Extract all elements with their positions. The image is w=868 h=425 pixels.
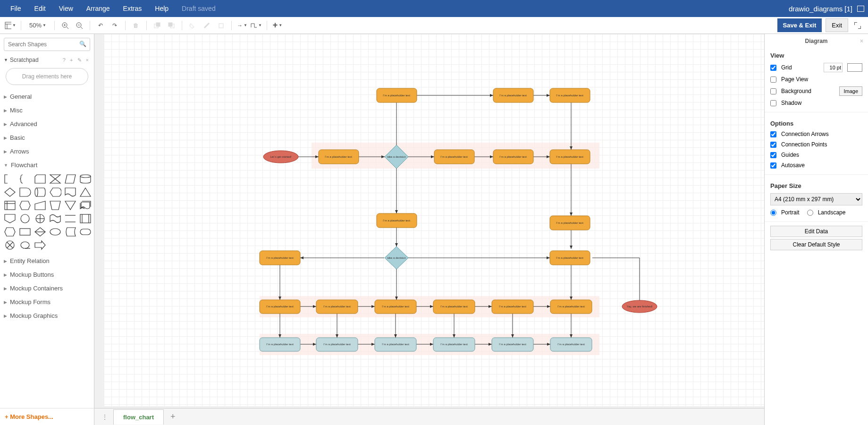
- shape-tape2-icon[interactable]: [19, 240, 31, 250]
- insert-button[interactable]: +▼: [272, 20, 283, 31]
- zoom-in-button[interactable]: [59, 20, 71, 31]
- shape-parallel-icon[interactable]: [64, 213, 76, 224]
- edit-data-button[interactable]: Edit Data: [770, 226, 862, 237]
- to-front-button[interactable]: [152, 20, 163, 31]
- bg-image-button[interactable]: Image: [839, 86, 862, 96]
- shape-sort-icon[interactable]: [34, 227, 46, 237]
- svg-text:I`m a placeholder text: I`m a placeholder text: [323, 305, 351, 308]
- shape-preparation-icon[interactable]: [4, 227, 16, 237]
- clear-style-button[interactable]: Clear Default Style: [770, 239, 862, 250]
- cat-misc[interactable]: ▶Misc: [0, 103, 94, 117]
- search-icon: 🔍: [79, 41, 86, 47]
- shape-predefined-icon[interactable]: [79, 213, 92, 224]
- shape-multidoc-icon[interactable]: [79, 200, 92, 211]
- scratchpad-actions[interactable]: ? + ✎ ×: [63, 57, 90, 63]
- shape-manual-icon[interactable]: [49, 200, 61, 211]
- shape-connector-icon[interactable]: [19, 213, 31, 224]
- view-mode-button[interactable]: ▼: [5, 20, 16, 31]
- grid-size-input[interactable]: [824, 63, 843, 72]
- shadow-button[interactable]: [215, 20, 227, 31]
- format-panel-icon[interactable]: [857, 6, 864, 12]
- shape-extract-icon[interactable]: [79, 187, 92, 197]
- autosave-checkbox[interactable]: [770, 162, 776, 169]
- cat-mockup-containers[interactable]: ▶Mockup Containers: [0, 281, 94, 295]
- draft-status: Draft saved: [175, 1, 222, 16]
- line-color-button[interactable]: [201, 20, 212, 31]
- menu-view[interactable]: View: [52, 1, 80, 16]
- shadow-checkbox[interactable]: [770, 100, 776, 106]
- cat-mockup-forms[interactable]: ▶Mockup Forms: [0, 295, 94, 309]
- undo-button[interactable]: ↶: [95, 20, 106, 31]
- document-title[interactable]: drawio_diagrams [1]: [789, 5, 852, 13]
- shape-or-icon[interactable]: [34, 213, 46, 224]
- scratchpad-header[interactable]: ▼Scratchpad ? + ✎ ×: [0, 55, 94, 65]
- page-tab-active[interactable]: flow_chart: [113, 409, 164, 425]
- conn-points-checkbox[interactable]: [770, 142, 776, 148]
- redo-button[interactable]: ↷: [109, 20, 120, 31]
- shape-tape-icon[interactable]: [49, 213, 61, 224]
- grid-checkbox[interactable]: [770, 65, 776, 71]
- cat-mockup-buttons[interactable]: ▶Mockup Buttons: [0, 268, 94, 281]
- shape-brace-icon[interactable]: [19, 174, 31, 184]
- cat-advanced[interactable]: ▶Advanced: [0, 117, 94, 131]
- shape-display-icon[interactable]: [49, 187, 61, 197]
- close-icon[interactable]: ×: [860, 38, 863, 44]
- shape-stored-icon[interactable]: [64, 227, 76, 237]
- shape-offpage-icon[interactable]: [4, 213, 16, 224]
- shape-start-icon[interactable]: [49, 227, 61, 237]
- to-back-button[interactable]: [166, 20, 177, 31]
- scratchpad-dropzone[interactable]: Drag elements here: [6, 68, 88, 85]
- menu-file[interactable]: File: [4, 1, 28, 16]
- pages-menu-icon[interactable]: ⋮: [99, 414, 110, 420]
- shape-decision-icon[interactable]: [4, 187, 16, 197]
- zoom-out-button[interactable]: [74, 20, 85, 31]
- diagram-svg[interactable]: Let`s get started! I`m a placeholder tex…: [94, 34, 764, 425]
- shape-card-icon[interactable]: [34, 174, 46, 184]
- menu-help[interactable]: Help: [148, 1, 175, 16]
- portrait-radio[interactable]: [770, 210, 776, 216]
- background-checkbox[interactable]: [770, 88, 776, 94]
- shape-annotation-icon[interactable]: [4, 174, 16, 184]
- cat-mockup-graphics[interactable]: ▶Mockup Graphics: [0, 309, 94, 323]
- shape-input-icon[interactable]: [34, 200, 46, 211]
- shape-document-icon[interactable]: [64, 187, 76, 197]
- pageview-checkbox[interactable]: [770, 76, 776, 83]
- shape-database-icon[interactable]: [79, 174, 92, 184]
- add-page-button[interactable]: +: [167, 412, 179, 422]
- shape-merge-icon[interactable]: [64, 200, 76, 211]
- zoom-value[interactable]: 50%▼: [26, 20, 50, 31]
- cat-basic[interactable]: ▶Basic: [0, 131, 94, 144]
- canvas[interactable]: Let`s get started! I`m a placeholder tex…: [94, 34, 764, 425]
- shape-delay-icon[interactable]: [19, 187, 31, 197]
- fill-color-button[interactable]: [187, 20, 198, 31]
- shape-loop-icon[interactable]: [19, 200, 31, 211]
- search-shapes-input[interactable]: [4, 38, 90, 51]
- conn-arrows-checkbox[interactable]: [770, 131, 776, 137]
- cat-arrows[interactable]: ▶Arrows: [0, 144, 94, 158]
- connection-button[interactable]: →▼: [236, 20, 248, 31]
- menu-extras[interactable]: Extras: [117, 1, 149, 16]
- shape-terminator-icon[interactable]: [79, 227, 92, 237]
- cat-general[interactable]: ▶General: [0, 90, 94, 103]
- cat-flowchart[interactable]: ▼Flowchart: [0, 158, 94, 172]
- fullscreen-button[interactable]: [852, 20, 863, 31]
- guides-checkbox[interactable]: [770, 152, 776, 158]
- menu-arrange[interactable]: Arrange: [80, 1, 117, 16]
- shape-directdata-icon[interactable]: [34, 187, 46, 197]
- menu-edit[interactable]: Edit: [28, 1, 52, 16]
- waypoint-button[interactable]: ▼: [251, 20, 262, 31]
- shape-internal-icon[interactable]: [4, 200, 16, 211]
- more-shapes-button[interactable]: + More Shapes...: [0, 408, 94, 425]
- save-exit-button[interactable]: Save & Exit: [777, 18, 822, 32]
- shape-transfer-icon[interactable]: [34, 240, 46, 250]
- shape-sum-icon[interactable]: [4, 240, 16, 250]
- shape-process-icon[interactable]: [19, 227, 31, 237]
- shape-data-icon[interactable]: [64, 174, 76, 184]
- exit-button[interactable]: Exit: [826, 18, 848, 32]
- grid-color-swatch[interactable]: [847, 63, 862, 72]
- delete-button[interactable]: 🗑: [130, 20, 142, 31]
- landscape-radio[interactable]: [807, 210, 813, 216]
- cat-entity-relation[interactable]: ▶Entity Relation: [0, 254, 94, 268]
- paper-size-select[interactable]: A4 (210 mm x 297 mm): [770, 193, 862, 205]
- shape-collate-icon[interactable]: [49, 174, 61, 184]
